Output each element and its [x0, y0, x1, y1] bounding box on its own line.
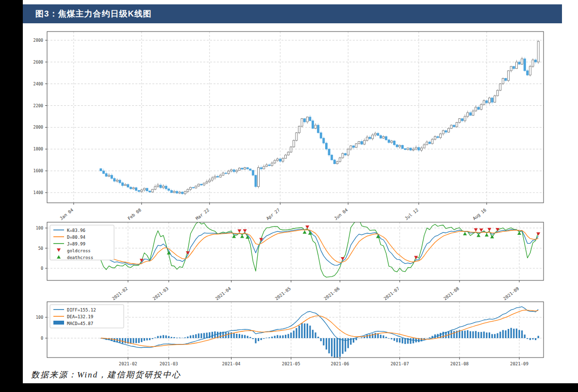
- y-tick-label: 0: [41, 336, 43, 341]
- x-tick-label: 2021-09: [502, 286, 520, 301]
- y-tick-label: 2000: [33, 125, 43, 130]
- data-source-note: 数据来源：Wind，建信期货研投中心: [31, 369, 181, 380]
- macd-legend: DIFF=155.12 DEA=132.19 MACD=45.87: [50, 305, 124, 328]
- x-tick-label: Jan 04: [59, 208, 74, 221]
- y-tick-label: 2200: [33, 103, 43, 108]
- d-line-legend-label: D=80.94: [67, 235, 85, 240]
- x-tick-label: Jun 04: [333, 208, 349, 221]
- macd-series: [100, 307, 539, 359]
- x-tick-label: 2021-04: [215, 286, 232, 301]
- x-tick-label: 2021-06: [323, 286, 341, 301]
- dea-legend-label: DEA=132.19: [67, 314, 93, 319]
- candlestick-panel-grid: [47, 32, 544, 203]
- kline-figure-svg: 14001600180020002200240026002800Jan 04Fe…: [0, 0, 578, 392]
- x-tick-label: 2021-08: [443, 286, 460, 301]
- y-tick-label: 1600: [33, 168, 43, 173]
- x-tick-label: 2021-08: [450, 361, 469, 366]
- macd-bar-legend-sample: [53, 321, 64, 325]
- j-line-legend-label: J=89.99: [67, 242, 85, 246]
- x-tick-label: Jul 12: [404, 208, 419, 221]
- y-tick-label: 1800: [33, 147, 43, 151]
- x-tick-label: 2021-07: [383, 286, 400, 301]
- deathcross-legend-label: deathcross: [67, 255, 93, 260]
- y-tick-label: 2600: [33, 60, 43, 65]
- candlestick-series: [100, 40, 539, 196]
- x-tick-label: 2021-09: [510, 361, 528, 366]
- macd-legend-label: MACD=45.87: [67, 321, 93, 326]
- goldcross-legend-label: goldcross: [67, 248, 91, 253]
- x-tick-label: Apr 27: [265, 208, 281, 221]
- kdj-legend: K=83.96 D=80.94 J=89.99 goldcross deathc…: [50, 225, 114, 260]
- diff-legend-label: DIFF=155.12: [67, 308, 96, 312]
- y-tick-label: 100: [36, 315, 43, 320]
- y-tick-label: 0: [41, 266, 43, 271]
- y-tick-label: 1400: [33, 190, 43, 195]
- x-tick-label: 2021-03: [160, 361, 178, 366]
- x-tick-label: 2021-05: [282, 361, 300, 366]
- x-tick-label: 2021-07: [391, 361, 409, 366]
- x-tick-label: Mar 22: [195, 208, 210, 221]
- y-tick-label: 2800: [33, 38, 43, 43]
- k-line-legend-label: K=83.96: [67, 228, 85, 233]
- x-tick-label: 2021-03: [152, 286, 169, 301]
- x-tick-label: 2021-06: [331, 361, 349, 366]
- y-tick-label: 2400: [33, 82, 43, 86]
- y-tick-label: 50: [38, 246, 43, 251]
- x-tick-label: Feb 08: [127, 208, 142, 221]
- x-tick-label: 2021-02: [119, 361, 137, 366]
- y-tick-label: 100: [36, 226, 43, 230]
- x-tick-label: 2021-04: [222, 361, 241, 366]
- x-tick-label: Aug 16: [472, 208, 487, 221]
- x-tick-label: 2021-05: [274, 286, 292, 301]
- x-tick-label: 2021-02: [111, 286, 129, 301]
- report-figure-page: 图3：焦煤主力合约日级K线图 1400160018002000220024002…: [0, 0, 578, 392]
